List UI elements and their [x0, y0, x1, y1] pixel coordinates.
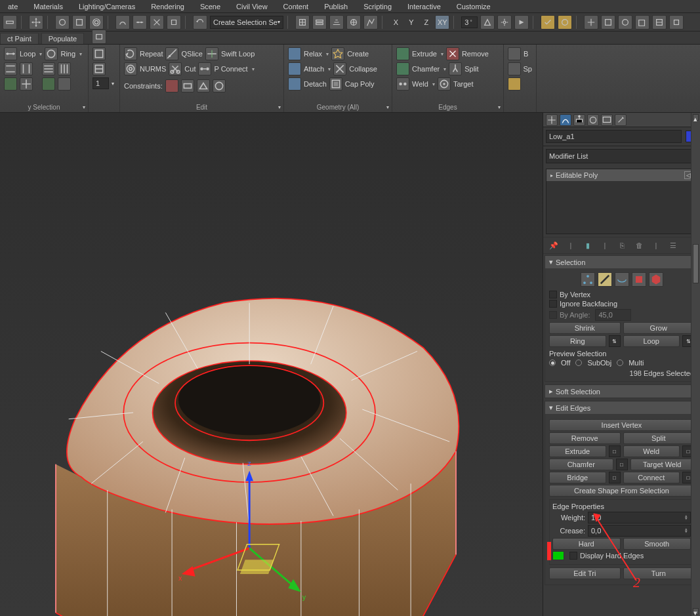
- tab-expand-icon[interactable]: [92, 30, 106, 44]
- toolbar-icon[interactable]: [329, 15, 344, 30]
- rollout-header[interactable]: ▾Selection⣿: [545, 256, 698, 268]
- move-icon[interactable]: [29, 15, 43, 30]
- tab[interactable]: Populate: [41, 33, 84, 44]
- remove-button[interactable]: Remove: [446, 47, 489, 60]
- ribbon-icon[interactable]: [508, 77, 521, 91]
- modifier-stack-item[interactable]: ▸Editable Poly ◁: [546, 169, 697, 182]
- axis-y[interactable]: Y: [405, 18, 417, 26]
- chamfer-button[interactable]: Chamfer: [549, 459, 613, 470]
- grow-button[interactable]: Grow: [623, 322, 695, 334]
- menu-item[interactable]: Scene: [192, 1, 228, 12]
- loop-icon[interactable]: [58, 77, 71, 91]
- shrink-button[interactable]: Shrink: [549, 322, 621, 334]
- ribbon-icon[interactable]: [508, 62, 521, 75]
- by-vertex-checkbox[interactable]: By Vertex: [549, 291, 694, 298]
- axis-x[interactable]: X: [390, 18, 402, 26]
- modifier-stack[interactable]: ▸Editable Poly ◁: [546, 169, 697, 234]
- qslice-button[interactable]: QSlice: [165, 47, 202, 60]
- viewport[interactable]: x z y: [0, 113, 543, 616]
- tab[interactable]: ct Paint: [0, 33, 39, 44]
- toolbar-icon[interactable]: [312, 15, 327, 30]
- toolbar-icon[interactable]: [72, 15, 87, 30]
- extrude-button[interactable]: Extrude: [549, 445, 606, 457]
- detach-button[interactable]: Detach: [288, 77, 327, 91]
- vertex-subobj-icon[interactable]: [581, 272, 595, 287]
- spinner[interactable]: 1: [93, 77, 109, 89]
- pin-stack-icon[interactable]: 📌: [548, 240, 559, 251]
- toolbar-icon[interactable]: [150, 15, 164, 30]
- ignore-backfacing-checkbox[interactable]: Ignore Backfacing: [549, 300, 694, 308]
- swiftloop-button[interactable]: Swift Loop: [205, 47, 255, 60]
- motion-tab-icon[interactable]: [587, 114, 599, 126]
- loop-button[interactable]: Loop: [623, 335, 680, 347]
- ring-spinner[interactable]: ⇅: [609, 335, 621, 347]
- ribbon-icon[interactable]: [93, 47, 106, 60]
- loop-icon[interactable]: [42, 77, 55, 91]
- display-tab-icon[interactable]: [601, 114, 613, 126]
- edge-subobj-icon[interactable]: [598, 272, 612, 287]
- hierarchy-tab-icon[interactable]: [573, 114, 585, 126]
- loop-icon[interactable]: [20, 77, 33, 91]
- toolbar-icon[interactable]: [480, 15, 495, 30]
- toolbar-icon[interactable]: [295, 15, 310, 30]
- remove-modifier-icon[interactable]: 🗑: [634, 240, 644, 251]
- attach-button[interactable]: Attach▾: [288, 62, 331, 75]
- panel-scrollbar[interactable]: ▴ ▾: [691, 113, 700, 616]
- menu-item[interactable]: Materials: [26, 1, 71, 12]
- toolbar-icon[interactable]: [558, 15, 572, 30]
- pconnect-button[interactable]: P Connect▾: [198, 62, 254, 75]
- menu-item[interactable]: Interactive: [400, 1, 449, 12]
- object-name-field[interactable]: Low_a1: [546, 130, 682, 143]
- hard-edge-color-swatch[interactable]: [552, 551, 564, 560]
- toolbar-icon[interactable]: [89, 15, 104, 30]
- extrude-settings-icon[interactable]: □: [609, 445, 621, 457]
- constraint-icon[interactable]: [197, 79, 210, 92]
- make-unique-icon[interactable]: ⎘: [617, 240, 627, 251]
- ribbon-icon[interactable]: [93, 62, 106, 75]
- target-button[interactable]: Target: [438, 77, 474, 91]
- element-subobj-icon[interactable]: [649, 272, 663, 287]
- toolbar-icon[interactable]: [193, 15, 207, 30]
- cut-button[interactable]: Cut: [169, 62, 196, 75]
- toolbar-icon[interactable]: [635, 15, 649, 30]
- chamfer-settings-icon[interactable]: □: [616, 459, 628, 470]
- axis-xy[interactable]: XY: [435, 15, 449, 30]
- utilities-tab-icon[interactable]: [615, 114, 627, 126]
- border-subobj-icon[interactable]: [615, 272, 629, 287]
- create-button[interactable]: Create: [331, 47, 369, 60]
- create-tab-icon[interactable]: [546, 114, 558, 126]
- menu-item[interactable]: Content: [276, 1, 317, 12]
- weld-button[interactable]: Weld: [623, 445, 680, 457]
- multi-radio[interactable]: [617, 359, 623, 366]
- subobj-radio[interactable]: [575, 359, 582, 366]
- toolbar-icon[interactable]: [3, 15, 17, 30]
- toolbar-icon[interactable]: [584, 15, 598, 30]
- selection-set-combo[interactable]: Create Selection Se▾: [210, 16, 283, 29]
- polygon-subobj-icon[interactable]: [632, 272, 646, 287]
- modify-tab-icon[interactable]: [560, 114, 571, 126]
- rollout-header[interactable]: ▾Edit Edges⣿: [545, 401, 698, 414]
- off-radio[interactable]: [549, 359, 556, 366]
- toolbar-icon[interactable]: [167, 15, 181, 30]
- loop-icon[interactable]: [58, 62, 71, 75]
- menu-item[interactable]: ate: [0, 1, 26, 12]
- create-shape-button[interactable]: Create Shape From Selection: [549, 485, 694, 497]
- extrude-button[interactable]: Extrude▾: [396, 47, 443, 60]
- split-button[interactable]: Split: [449, 62, 478, 75]
- bridge-settings-icon[interactable]: □: [609, 472, 621, 483]
- toolbar-icon[interactable]: [497, 15, 512, 30]
- menu-item[interactable]: Publish: [316, 1, 356, 12]
- nurms-button[interactable]: NURMS: [124, 62, 166, 75]
- ring-button[interactable]: Ring: [549, 335, 606, 347]
- loop-icon[interactable]: [4, 77, 17, 91]
- repeat-button[interactable]: Repeat: [124, 47, 163, 60]
- ribbon-icon[interactable]: [508, 47, 521, 60]
- angle-spinner[interactable]: 3°: [461, 16, 478, 28]
- toolbar-icon[interactable]: [652, 15, 667, 30]
- by-angle-checkbox[interactable]: By Angle: 45,0: [549, 309, 694, 321]
- constraint-icon[interactable]: [213, 79, 226, 92]
- bridge-button[interactable]: Bridge: [549, 472, 606, 483]
- target-weld-button[interactable]: Target Weld: [630, 459, 695, 470]
- chamfer-button[interactable]: Chamfer▾: [396, 62, 446, 75]
- insert-vertex-button[interactable]: Insert Vertex: [549, 419, 694, 431]
